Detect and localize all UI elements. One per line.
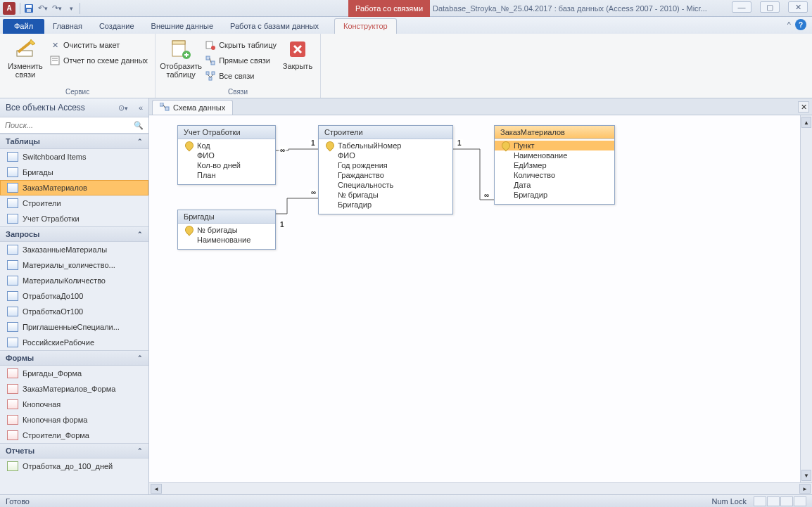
object-icon [7,415,18,425]
view-btn-2[interactable] [767,496,780,506]
undo-icon[interactable]: ↶▾ [36,1,50,15]
entity-field[interactable]: Пункт [495,141,614,150]
nav-header[interactable]: Все объекты Access ⊙▾ « [0,98,148,117]
nav-item-label: ЗаказанныеМатериалы [23,245,107,254]
all-relations-button[interactable]: Все связи [202,69,279,83]
nav-item[interactable]: Бригады [0,165,148,180]
entity-field[interactable]: Наименование [178,235,275,245]
redo-icon[interactable]: ↷▾ [50,1,64,15]
entity-field[interactable]: Специальность [319,180,452,190]
nav-item[interactable]: Бригады_Форма [0,366,148,381]
nav-item[interactable]: Switchboard Items [0,149,148,165]
view-btn-4[interactable] [794,496,806,506]
nav-item-label: ПриглашенныеСпециали... [23,323,120,331]
nav-item[interactable]: Кнопочная форма [0,412,148,428]
entity-field[interactable]: План [178,170,275,180]
tab-database-tools[interactable]: Работа с базами данных [222,19,327,34]
nav-item[interactable]: МатериалыКоличество [0,273,148,288]
nav-item[interactable]: ПриглашенныеСпециали... [0,319,148,335]
nav-item[interactable]: ОтработкаДо100 [0,288,148,304]
entity-field[interactable]: № бригады [178,225,275,235]
direct-relations-icon [205,55,216,66]
qat-customize-icon[interactable]: ▾ [64,1,78,15]
nav-item[interactable]: Отработка_до_100_дней [0,458,148,474]
clear-layout-button[interactable]: ✕Очистить макет [46,38,151,52]
scroll-left-icon[interactable]: ◄ [151,484,162,494]
maximize-button[interactable]: ▢ [760,1,780,13]
help-icon[interactable]: ? [795,19,806,30]
hide-table-button[interactable]: Скрыть таблицу [202,38,279,52]
entity-field[interactable]: ТабельныйНомер [319,141,452,150]
show-table-button[interactable]: Отобразить таблицу [160,35,202,79]
scroll-right-icon[interactable]: ► [799,484,811,494]
entity-field[interactable]: Наименование [495,150,614,160]
edit-relations-button[interactable]: Изменить связи [4,35,46,79]
tab-home[interactable]: Главная [44,19,91,34]
nav-dropdown-icon[interactable]: ⊙▾ [118,103,128,113]
entity-field[interactable]: Гражданство [319,170,452,180]
tab-design[interactable]: Конструктор [334,18,397,34]
minimize-button[interactable]: — [732,1,751,13]
svg-rect-13 [211,61,215,65]
entity-zakaz-materialov[interactable]: ЗаказМатериалов ПунктНаименованиеЕдИзмер… [494,125,615,205]
relation-report-label: Отчет по схеме данных [63,56,148,65]
entity-field[interactable]: Код [178,141,275,150]
nav-category-reports[interactable]: Отчеты⌃ [0,443,148,458]
doc-close-button[interactable]: ✕ [798,101,809,113]
scroll-up-icon[interactable]: ▲ [801,117,811,128]
search-input[interactable] [2,120,131,131]
entity-field[interactable]: Дата [495,180,614,190]
entity-field[interactable]: Кол-во дней [178,160,275,170]
nav-category-forms[interactable]: Формы⌃ [0,350,148,366]
tab-create[interactable]: Создание [91,19,143,34]
nav-item[interactable]: Материалы_количество... [0,257,148,273]
scroll-down-icon[interactable]: ▼ [801,470,811,481]
entity-stroiteli[interactable]: Строители ТабельныйНомерФИОГод рожденияГ… [318,125,453,214]
direct-relations-button[interactable]: Прямые связи [202,53,279,68]
rel-cardinality: 1 [310,139,317,147]
nav-item[interactable]: Учет Отработки [0,211,148,226]
nav-item[interactable]: ЗаказМатериалов_Форма [0,381,148,397]
app-icon[interactable]: A [3,2,15,15]
nav-item[interactable]: ЗаказМатериалов [0,180,148,195]
entity-field[interactable]: Бригадир [495,190,614,200]
horizontal-scrollbar[interactable]: ◄ ► [149,482,812,494]
nav-category-tables[interactable]: Таблицы⌃ [0,134,148,149]
ribbon-minimize-icon[interactable]: ^ [787,20,791,29]
edit-relations-label: Изменить связи [4,62,46,79]
svg-rect-22 [165,107,169,110]
relations-canvas[interactable]: 1 ∞ ∞ 1 1 ∞ Учет Отработки КодФИОКол-во … [149,115,812,482]
entity-uchet-otrabotki[interactable]: Учет Отработки КодФИОКол-во днейПлан [177,125,276,185]
nav-item[interactable]: Строители_Форма [0,428,148,443]
entity-field[interactable]: ФИО [178,150,275,160]
relation-report-button[interactable]: Отчет по схеме данных [46,53,151,68]
nav-item[interactable]: Кнопочная [0,397,148,412]
entity-field[interactable]: ЕдИзмер [495,160,614,170]
nav-collapse-icon[interactable]: « [139,103,143,113]
nav-item[interactable]: ОтработкаОт100 [0,304,148,319]
close-relations-button[interactable]: Закрыть [279,35,316,70]
tab-external-data[interactable]: Внешние данные [143,19,222,34]
nav-item[interactable]: Строители [0,195,148,211]
close-button[interactable]: ✕ [788,1,808,13]
entity-brigady[interactable]: Бригады № бригадыНаименование [177,210,276,250]
save-icon[interactable] [22,1,36,15]
tab-file[interactable]: Файл [3,19,44,34]
entity-field[interactable]: Бригадир [319,200,452,210]
view-btn-1[interactable] [754,496,766,506]
nav-category-queries[interactable]: Запросы⌃ [0,226,148,242]
vertical-scrollbar[interactable]: ▲ ▼ [800,115,812,482]
object-icon [7,214,18,224]
entity-field[interactable]: Количество [495,170,614,180]
entity-field[interactable]: Год рождения [319,160,452,170]
nav-item-label: Отработка_до_100_дней [23,462,113,470]
search-icon[interactable]: 🔍 [131,121,146,130]
view-btn-3[interactable] [780,496,793,506]
entity-title: ЗаказМатериалов [495,126,614,139]
nav-item[interactable]: ЗаказанныеМатериалы [0,242,148,257]
collapse-icon: ⌃ [137,138,143,145]
entity-field[interactable]: ФИО [319,150,452,160]
doc-tab-schema[interactable]: Схема данных [152,100,233,115]
nav-item[interactable]: РоссийскиеРабочие [0,335,148,350]
entity-field[interactable]: № бригады [319,190,452,200]
